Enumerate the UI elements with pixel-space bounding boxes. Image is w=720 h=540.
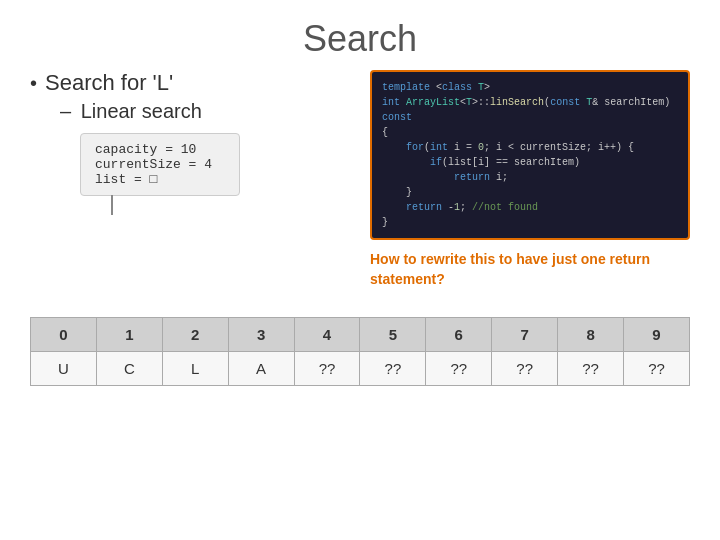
index-3: 3 bbox=[228, 318, 294, 352]
state-line-3: list = □ bbox=[95, 172, 225, 187]
value-2: L bbox=[162, 352, 228, 386]
code-line-7: } bbox=[382, 185, 678, 200]
right-column: template <class T> int ArrayList<T>::lin… bbox=[370, 70, 690, 289]
value-7: ?? bbox=[492, 352, 558, 386]
value-6: ?? bbox=[426, 352, 492, 386]
code-line-8: return -1; //not found bbox=[382, 200, 678, 215]
value-9: ?? bbox=[624, 352, 690, 386]
sub-heading-text: Linear search bbox=[81, 100, 202, 122]
sub-heading: – Linear search bbox=[60, 100, 350, 123]
state-line-1: capacity = 10 bbox=[95, 142, 225, 157]
state-line-2: currentSize = 4 bbox=[95, 157, 225, 172]
value-3: A bbox=[228, 352, 294, 386]
code-line-2: int ArrayList<T>::linSearch(const T& sea… bbox=[382, 95, 678, 125]
question-text: How to rewrite this to have just one ret… bbox=[370, 250, 690, 289]
index-4: 4 bbox=[294, 318, 360, 352]
state-box: capacity = 10 currentSize = 4 list = □ bbox=[80, 133, 240, 196]
value-8: ?? bbox=[558, 352, 624, 386]
value-1: C bbox=[96, 352, 162, 386]
index-1: 1 bbox=[96, 318, 162, 352]
code-line-6: return i; bbox=[382, 170, 678, 185]
code-line-9: } bbox=[382, 215, 678, 230]
value-5: ?? bbox=[360, 352, 426, 386]
left-column: • Search for 'L' – Linear search capacit… bbox=[30, 70, 350, 289]
index-5: 5 bbox=[360, 318, 426, 352]
code-box: template <class T> int ArrayList<T>::lin… bbox=[370, 70, 690, 240]
array-table: 0 1 2 3 4 5 6 7 8 9 U C L A ?? ?? ?? ?? … bbox=[30, 317, 690, 386]
bottom-section: 0 1 2 3 4 5 6 7 8 9 U C L A ?? ?? ?? ?? … bbox=[0, 317, 720, 386]
code-line-4: for(int i = 0; i < currentSize; i++) { bbox=[382, 140, 678, 155]
index-7: 7 bbox=[492, 318, 558, 352]
value-4: ?? bbox=[294, 352, 360, 386]
code-line-5: if(list[i] == searchItem) bbox=[382, 155, 678, 170]
bullet-heading: • Search for 'L' bbox=[30, 70, 350, 96]
bullet-dot: • bbox=[30, 72, 37, 95]
index-row: 0 1 2 3 4 5 6 7 8 9 bbox=[31, 318, 690, 352]
bullet-text: Search for 'L' bbox=[45, 70, 173, 96]
value-0: U bbox=[31, 352, 97, 386]
index-2: 2 bbox=[162, 318, 228, 352]
index-0: 0 bbox=[31, 318, 97, 352]
code-line-3: { bbox=[382, 125, 678, 140]
index-6: 6 bbox=[426, 318, 492, 352]
value-row: U C L A ?? ?? ?? ?? ?? ?? bbox=[31, 352, 690, 386]
index-9: 9 bbox=[624, 318, 690, 352]
page-title: Search bbox=[0, 0, 720, 70]
index-8: 8 bbox=[558, 318, 624, 352]
code-line-1: template <class T> bbox=[382, 80, 678, 95]
